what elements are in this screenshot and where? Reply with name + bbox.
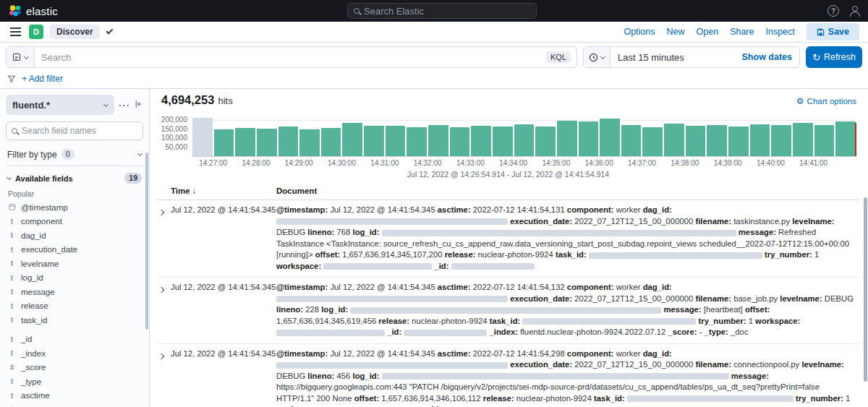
documents-table: Time ↓ Document Jul 12, 2022 @ 14:41:54.… <box>157 184 859 407</box>
histogram-bar[interactable] <box>299 129 320 156</box>
histogram-bar[interactable] <box>514 124 535 156</box>
histogram-bar[interactable] <box>535 127 556 156</box>
histogram-bar[interactable] <box>235 128 255 156</box>
expand-row-icon[interactable] <box>157 348 171 361</box>
saved-query-menu-button[interactable] <box>7 47 35 67</box>
filter-menu-icon[interactable] <box>7 74 16 83</box>
kql-badge[interactable]: KQL <box>546 51 571 63</box>
histogram-bar[interactable] <box>214 129 234 156</box>
doc-field-value: - <box>699 327 702 336</box>
field-item-asctime[interactable]: tasctime <box>6 389 143 403</box>
field-item-execution_date[interactable]: texecution_date <box>6 243 143 257</box>
histogram-bar[interactable] <box>557 121 577 156</box>
doc-field-key: component: <box>567 283 614 291</box>
histogram-bar[interactable] <box>407 127 427 156</box>
nav-link-share[interactable]: Share <box>730 27 754 37</box>
field-item-timestamp[interactable]: @timestamp <box>6 200 143 215</box>
doc-field-key: task_id: <box>594 394 625 403</box>
doc-field-value: 2022-07-12 14:41:54,298 <box>473 349 565 358</box>
refresh-button[interactable]: ↻ Refresh <box>806 46 862 68</box>
histogram-bar[interactable] <box>428 125 448 156</box>
field-search-input[interactable]: Search field names <box>6 121 143 140</box>
save-icon <box>817 28 825 36</box>
elastic-logo[interactable]: elastic <box>9 4 58 17</box>
time-column-header[interactable]: Time ↓ <box>171 187 276 195</box>
field-item-_id[interactable]: t_id <box>6 333 143 347</box>
add-filter-button[interactable]: + Add filter <box>22 74 63 84</box>
help-icon[interactable]: ? <box>827 5 839 17</box>
available-fields-header[interactable]: Available fields 19 <box>6 166 143 187</box>
field-options-icon[interactable]: ··· <box>119 100 130 111</box>
menu-icon[interactable] <box>9 22 22 42</box>
redacted-value <box>350 307 661 314</box>
time-menu-button[interactable] <box>584 47 610 67</box>
doc-field-value: _doc <box>731 327 749 336</box>
sidebar-scrollbar[interactable] <box>145 153 148 330</box>
field-item-component[interactable]: tcomponent <box>6 215 143 229</box>
histogram-bar[interactable] <box>471 126 491 156</box>
histogram-bar[interactable] <box>621 125 642 156</box>
field-item-task_id[interactable]: ttask_id <box>6 313 143 327</box>
histogram-bar[interactable] <box>642 127 663 156</box>
field-item-levelname[interactable]: tlevelname <box>6 257 143 271</box>
nav-link-inspect[interactable]: Inspect <box>765 27 794 37</box>
date-picker[interactable]: Last 15 minutes Show dates <box>583 46 800 68</box>
histogram-bar[interactable] <box>493 127 513 156</box>
histogram-bar[interactable] <box>664 124 684 156</box>
redacted-value <box>451 263 535 270</box>
chart-options-button[interactable]: ⚙ Chart options <box>796 97 859 106</box>
global-search-input[interactable]: Search Elastic <box>347 3 537 19</box>
doc-field-value: worker <box>616 283 641 291</box>
histogram-bar[interactable] <box>192 118 213 156</box>
histogram-bar[interactable] <box>728 127 749 156</box>
histogram-bar[interactable] <box>793 123 813 156</box>
histogram-bar[interactable] <box>707 125 727 156</box>
field-item-_type[interactable]: t_type <box>6 374 143 389</box>
expand-row-icon[interactable] <box>157 205 171 217</box>
histogram-bar[interactable] <box>386 126 406 156</box>
histogram-bar[interactable] <box>771 125 791 156</box>
redacted-value <box>276 296 508 302</box>
date-field-icon <box>8 203 16 212</box>
field-item-dag_id[interactable]: tdag_id <box>6 228 143 243</box>
time-range-label[interactable]: Last 15 minutes <box>610 52 692 63</box>
save-button[interactable]: Save <box>807 23 859 40</box>
available-fields-count: 19 <box>124 173 142 184</box>
redacted-value <box>276 218 508 225</box>
breadcrumb[interactable]: Discover <box>50 25 100 39</box>
field-item-log_id[interactable]: tlog_id <box>6 271 143 286</box>
doc-field-key: workspace: <box>755 317 800 325</box>
histogram-bar[interactable] <box>750 124 770 156</box>
nav-link-options[interactable]: Options <box>624 27 655 37</box>
histogram-bar[interactable] <box>579 121 599 156</box>
index-pattern-select[interactable]: fluentd.* <box>6 95 114 115</box>
histogram-bar[interactable] <box>342 123 362 156</box>
query-input[interactable]: Search KQL <box>6 46 577 68</box>
field-name: @timestamp <box>21 203 68 212</box>
histogram-bar[interactable] <box>814 125 835 156</box>
text-field-icon: t <box>8 288 16 296</box>
collapse-sidebar-icon[interactable] <box>135 100 143 111</box>
histogram-bar[interactable] <box>364 126 384 156</box>
nav-link-new[interactable]: New <box>667 27 685 37</box>
nav-link-open[interactable]: Open <box>697 27 719 37</box>
main-scrollbar[interactable] <box>864 197 867 382</box>
space-avatar[interactable]: D <box>29 25 43 39</box>
histogram-bar[interactable] <box>257 129 277 156</box>
histogram-bar[interactable] <box>686 126 706 156</box>
field-item-message[interactable]: tmessage <box>6 285 143 299</box>
field-item-_score[interactable]: #_score <box>6 361 143 375</box>
field-item-release[interactable]: trelease <box>6 299 143 314</box>
filter-by-type-button[interactable]: Filter by type 0 <box>6 143 143 166</box>
field-item-filename[interactable]: tfilename <box>6 403 143 407</box>
histogram-bar[interactable] <box>321 128 341 156</box>
show-dates-button[interactable]: Show dates <box>742 52 799 62</box>
histogram-bar[interactable] <box>835 121 856 156</box>
user-icon[interactable] <box>849 6 859 17</box>
histogram-bar[interactable] <box>450 127 470 156</box>
field-name: asctime <box>21 391 50 400</box>
histogram-bar[interactable] <box>600 119 620 156</box>
field-item-_index[interactable]: t_index <box>6 346 143 361</box>
histogram-bar[interactable] <box>278 127 299 156</box>
expand-row-icon[interactable] <box>157 282 171 294</box>
